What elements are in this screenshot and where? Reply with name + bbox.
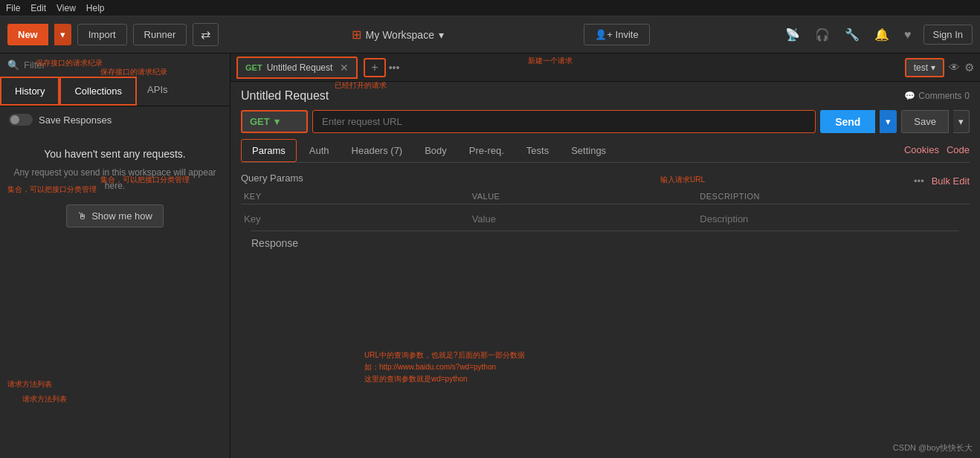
req-tab-prereq[interactable]: Pre-req.	[458, 139, 515, 162]
req-tab-body[interactable]: Body	[413, 139, 458, 162]
satellite-icon[interactable]: 📡	[782, 25, 803, 45]
request-title-row: Untitled Request 💬 Comments 0	[241, 89, 970, 103]
send-button[interactable]: Send	[820, 110, 875, 133]
save-responses-label: Save Responses	[39, 115, 112, 126]
tabs-bar-right: test ▾ 👁 ⚙	[905, 58, 974, 77]
query-params-section: Query Params ••• Bulk Edit KEY VALUE DES…	[241, 170, 970, 230]
param-key-input[interactable]	[241, 207, 469, 230]
req-tab-settings[interactable]: Settings	[560, 139, 617, 162]
annotation-method: 请求方法列表	[7, 379, 52, 390]
menu-edit[interactable]: Edit	[30, 3, 46, 13]
more-tabs-button[interactable]: •••	[389, 62, 400, 74]
bell-icon[interactable]: 🔔	[871, 25, 892, 45]
sign-in-button[interactable]: Sign In	[923, 25, 973, 45]
workspace-selector[interactable]: ⊞ My Workspace ▾	[352, 28, 444, 42]
cursor-icon: 🖱	[77, 210, 87, 222]
url-bar: GET ▾ 输入请求URL Send ▾ Save ▾	[241, 110, 970, 133]
req-tab-right-links: Cookies Code	[904, 139, 970, 162]
footer-credit: CSDN @boy快快长大	[893, 442, 973, 454]
req-tab-tests[interactable]: Tests	[515, 139, 560, 162]
bulk-edit-link[interactable]: Bulk Edit	[932, 170, 970, 192]
tab-method-badge: GET	[245, 63, 262, 72]
tabs-bar: GET Untitled Request ✕ + ••• 新建一个请求 已经打开…	[231, 54, 980, 82]
key-column-header: KEY	[241, 192, 469, 201]
send-caret-button[interactable]: ▾	[880, 110, 897, 133]
method-dropdown[interactable]: GET ▾	[241, 110, 308, 133]
tab-close-button[interactable]: ✕	[340, 62, 349, 74]
workspace-caret-icon: ▾	[439, 29, 444, 41]
runner-button[interactable]: Runner	[133, 24, 187, 45]
import-button[interactable]: Import	[77, 24, 127, 45]
cookies-link[interactable]: Cookies	[904, 139, 939, 162]
menu-file[interactable]: File	[6, 3, 20, 13]
request-tabs: Params Auth Headers (7) Body Pre-req.	[241, 139, 970, 163]
method-value: GET	[250, 116, 270, 127]
save-responses-toggle[interactable]	[9, 114, 33, 126]
main-toolbar: New ▾ Import Runner ⇄ ⊞ My Workspace ▾ 👤…	[0, 16, 980, 54]
request-title: Untitled Request	[241, 89, 329, 103]
headphone-icon[interactable]: 🎧	[812, 25, 833, 45]
query-params-title: Query Params	[241, 172, 303, 184]
main-layout: 🔍 保存接口的请求纪录 History Collections APIs	[0, 54, 980, 458]
annotation-collection-label: 集合，可以把接口分类管理	[100, 175, 190, 185]
new-caret-button[interactable]: ▾	[54, 24, 71, 45]
save-caret-button[interactable]: ▾	[953, 110, 970, 133]
heart-icon[interactable]: ♥	[901, 25, 915, 45]
params-header: KEY VALUE DESCRIPTION	[241, 192, 970, 204]
annotation-new-request: 新建一个请求	[528, 56, 573, 66]
workspace-grid-icon: ⊞	[352, 28, 361, 42]
right-panel: GET Untitled Request ✕ + ••• 新建一个请求 已经打开…	[231, 54, 980, 458]
workspace-label: My Workspace	[366, 29, 434, 41]
tab-apis[interactable]: APIs	[137, 77, 178, 106]
env-caret-icon: ▾	[931, 62, 935, 73]
req-tab-headers[interactable]: Headers (7)	[341, 139, 414, 162]
param-description-input[interactable]	[697, 207, 925, 230]
tab-history[interactable]: History	[0, 77, 59, 106]
annotation-save-label: 保存接口的请求纪录	[36, 58, 103, 68]
tab-title: Untitled Request	[267, 62, 333, 73]
menu-help[interactable]: Help	[86, 3, 105, 13]
env-eye-button[interactable]: 👁	[949, 61, 960, 74]
environment-selector[interactable]: test ▾	[905, 58, 944, 77]
menu-view[interactable]: View	[57, 3, 76, 13]
annotation-opened: 已经打开的请求	[335, 80, 387, 91]
empty-history-title: You haven't sent any requests.	[10, 148, 219, 160]
response-section: Response	[241, 230, 970, 255]
invite-icon: 👤+	[595, 29, 613, 40]
description-column-header: DESCRIPTION	[697, 192, 925, 201]
tab-collections[interactable]: Collections	[59, 77, 137, 106]
param-value-input[interactable]	[469, 207, 697, 230]
annotation-collection: 集合，可以把接口分类管理	[7, 184, 97, 195]
new-button[interactable]: New	[7, 24, 48, 45]
request-area: Untitled Request 💬 Comments 0 GET ▾	[231, 82, 980, 262]
annotation-url: 输入请求URL	[660, 175, 705, 185]
toolbar-right-icons: 📡 🎧 🔧 🔔 ♥ Sign In	[782, 25, 973, 45]
req-tab-params[interactable]: Params	[241, 139, 297, 162]
comments-button[interactable]: 💬 Comments 0	[904, 91, 970, 101]
comment-icon: 💬	[904, 91, 915, 101]
annotation-query-params: URL中的查询参数，也就足?后面的那一部分数据 如：http://www.bai…	[364, 349, 525, 385]
value-column-header: VALUE	[469, 192, 697, 201]
add-tab-button[interactable]: +	[364, 58, 385, 77]
search-icon: 🔍	[7, 59, 19, 71]
save-button[interactable]: Save	[901, 110, 949, 133]
bulk-edit-more-icon[interactable]: •••	[914, 175, 924, 187]
env-value: test	[914, 62, 928, 73]
url-input[interactable]	[312, 110, 816, 133]
actions-column-header	[925, 192, 970, 201]
menu-bar: File Edit View Help	[0, 0, 980, 16]
request-tab-untitled[interactable]: GET Untitled Request ✕	[236, 57, 358, 79]
env-gear-button[interactable]: ⚙	[964, 61, 974, 74]
annotation-save-record: 保存接口的请求纪录	[100, 67, 167, 77]
code-link[interactable]: Code	[947, 139, 970, 162]
annotation-method-label: 请求方法列表	[22, 394, 67, 404]
req-tab-auth[interactable]: Auth	[298, 139, 341, 162]
show-me-how-button[interactable]: 🖱 Show me how	[66, 204, 164, 228]
save-responses-row: Save Responses	[0, 106, 230, 133]
wrench-icon[interactable]: 🔧	[842, 25, 863, 45]
sidebar-tabs: History Collections APIs	[0, 77, 230, 106]
intercept-button[interactable]: ⇄	[193, 23, 219, 46]
params-table: KEY VALUE DESCRIPTION	[241, 192, 970, 230]
params-row	[241, 207, 970, 230]
invite-button[interactable]: 👤+ Invite	[584, 24, 649, 45]
